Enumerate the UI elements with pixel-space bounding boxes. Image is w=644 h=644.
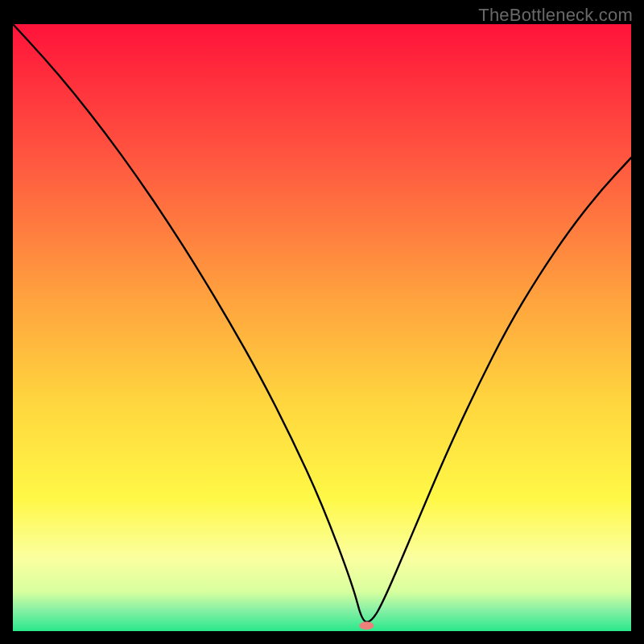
- sweet-spot-marker: [359, 621, 374, 630]
- watermark-text: TheBottleneck.com: [478, 5, 633, 26]
- chart-container: TheBottleneck.com: [0, 0, 644, 644]
- plot-background: [13, 24, 631, 631]
- bottleneck-chart: [13, 24, 631, 631]
